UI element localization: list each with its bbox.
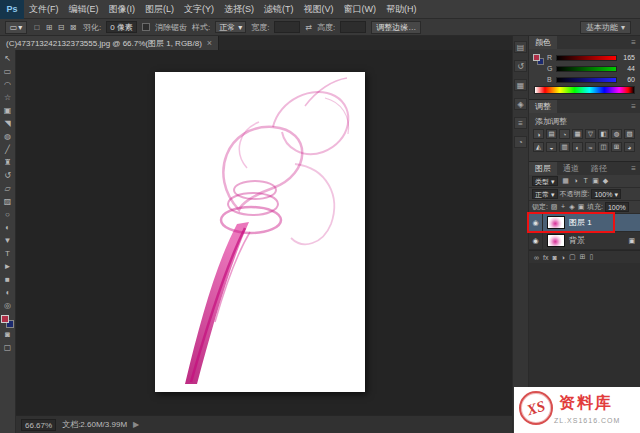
- swap-dimensions-icon[interactable]: ⇄: [305, 23, 312, 32]
- tool-button[interactable]: ▱: [0, 182, 16, 195]
- quick-mask-button[interactable]: ◙: [0, 328, 16, 341]
- collapsed-panel-icon[interactable]: ≡: [514, 117, 527, 129]
- layers-action-icon[interactable]: ◑: [561, 254, 565, 261]
- tool-button[interactable]: ↺: [0, 169, 16, 182]
- foreground-color-swatch[interactable]: [533, 54, 540, 61]
- adjustment-icon[interactable]: ◫: [598, 142, 609, 152]
- adjustment-icon[interactable]: ◭: [533, 142, 544, 152]
- layer-filter-icon[interactable]: ◑: [572, 177, 580, 185]
- color-swatches[interactable]: [1, 315, 14, 328]
- channel-value[interactable]: 165: [620, 54, 635, 61]
- menu-item[interactable]: 图层(L): [140, 0, 179, 19]
- tab-layers[interactable]: 图层: [529, 162, 557, 175]
- menu-item[interactable]: 滤镜(T): [259, 0, 299, 19]
- tool-button[interactable]: ■: [0, 273, 16, 286]
- feather-input[interactable]: 0 像素: [106, 21, 137, 33]
- adjustment-icon[interactable]: ◒: [546, 142, 557, 152]
- workspace-switcher[interactable]: 基本功能 ▾: [580, 21, 631, 34]
- tool-button[interactable]: T: [0, 247, 16, 260]
- status-menu-arrow-icon[interactable]: ▶: [133, 420, 139, 429]
- layer-row-layer1[interactable]: ◉ 图层 1: [529, 214, 640, 232]
- blend-mode-select[interactable]: 正常 ▾: [532, 189, 558, 199]
- layer-filter-icon[interactable]: T: [582, 177, 590, 185]
- tab-color[interactable]: 颜色: [529, 36, 557, 49]
- fill-input[interactable]: 100%: [605, 202, 629, 212]
- tool-button[interactable]: ◎: [0, 299, 16, 312]
- height-input[interactable]: [340, 21, 366, 33]
- adjustment-icon[interactable]: ◑: [533, 129, 544, 139]
- current-tool-chip[interactable]: ▭ ▾: [5, 21, 27, 34]
- lock-option-icon[interactable]: ◈: [568, 203, 576, 211]
- channel-value[interactable]: 60: [620, 76, 635, 83]
- channel-value[interactable]: 44: [620, 65, 635, 72]
- canvas-area[interactable]: [16, 50, 512, 415]
- layers-action-icon[interactable]: ∞: [534, 254, 539, 261]
- tool-button[interactable]: ╱: [0, 143, 16, 156]
- tool-button[interactable]: ◠: [0, 78, 16, 91]
- tool-button[interactable]: ☆: [0, 91, 16, 104]
- style-select[interactable]: 正常 ▾: [215, 21, 246, 33]
- tool-button[interactable]: ○: [0, 208, 16, 221]
- selection-mode-icon[interactable]: ⊞: [44, 23, 54, 32]
- lock-option-icon[interactable]: +: [559, 203, 567, 211]
- layer-filter-icon[interactable]: ▣: [592, 177, 600, 185]
- collapsed-panel-icon[interactable]: ◔: [514, 136, 527, 148]
- collapsed-panel-icon[interactable]: ↺: [514, 60, 527, 72]
- antialias-checkbox[interactable]: [142, 23, 150, 31]
- menu-item[interactable]: 窗口(W): [339, 0, 382, 19]
- adjustment-icon[interactable]: ▥: [559, 142, 570, 152]
- collapsed-panel-icon[interactable]: ▤: [514, 41, 527, 53]
- screen-mode-button[interactable]: ▢: [0, 341, 16, 354]
- channel-slider[interactable]: [556, 77, 617, 83]
- selection-mode-icon[interactable]: ⊟: [56, 23, 66, 32]
- adjustment-icon[interactable]: ▧: [624, 129, 635, 139]
- close-icon[interactable]: ×: [207, 38, 212, 48]
- layer-thumbnail[interactable]: [547, 234, 565, 247]
- panel-menu-icon[interactable]: ≡: [631, 38, 636, 47]
- tool-button[interactable]: ◖: [0, 286, 16, 299]
- adjustment-icon[interactable]: ⊞: [611, 142, 622, 152]
- document-canvas[interactable]: [155, 72, 365, 392]
- channel-slider[interactable]: [556, 66, 617, 72]
- tool-button[interactable]: ◥: [0, 117, 16, 130]
- layers-action-icon[interactable]: ◙: [552, 254, 556, 261]
- lock-option-icon[interactable]: ▣: [577, 203, 585, 211]
- channel-slider[interactable]: [556, 55, 617, 61]
- tool-button[interactable]: ▣: [0, 104, 16, 117]
- tool-button[interactable]: ▨: [0, 195, 16, 208]
- zoom-level-input[interactable]: 66.67%: [21, 419, 56, 431]
- menu-item[interactable]: 帮助(H): [381, 0, 422, 19]
- panel-menu-icon[interactable]: ≡: [631, 164, 636, 173]
- layer-row-background[interactable]: ◉ 背景 ▣: [529, 232, 640, 250]
- adjustment-icon[interactable]: ▦: [572, 129, 583, 139]
- menu-item[interactable]: 编辑(E): [64, 0, 104, 19]
- panel-menu-icon[interactable]: ≡: [631, 102, 636, 111]
- layer-name[interactable]: 图层 1: [569, 217, 592, 228]
- adjustment-icon[interactable]: ▽: [585, 129, 596, 139]
- visibility-eye-icon[interactable]: ◉: [529, 232, 543, 250]
- adjustment-icon[interactable]: ◐: [572, 142, 583, 152]
- adjustment-icon[interactable]: ◍: [611, 129, 622, 139]
- layer-name[interactable]: 背景: [569, 235, 585, 246]
- tab-paths[interactable]: 路径: [585, 162, 613, 175]
- selection-mode-icon[interactable]: ⊠: [68, 23, 78, 32]
- menu-item[interactable]: 选择(S): [219, 0, 259, 19]
- tool-button[interactable]: ►: [0, 260, 16, 273]
- menu-item[interactable]: 文字(Y): [179, 0, 219, 19]
- selection-mode-icon[interactable]: □: [32, 23, 42, 32]
- collapsed-panel-icon[interactable]: ▦: [514, 79, 527, 91]
- adjustment-icon[interactable]: ▤: [546, 129, 557, 139]
- tool-button[interactable]: ◍: [0, 130, 16, 143]
- lock-option-icon[interactable]: ▨: [550, 203, 558, 211]
- layers-action-icon[interactable]: ⊞: [580, 253, 586, 261]
- menu-item[interactable]: 视图(V): [299, 0, 339, 19]
- layers-action-icon[interactable]: fx: [543, 254, 548, 261]
- tool-button[interactable]: ◐: [0, 221, 16, 234]
- refine-edge-button[interactable]: 调整边缘…: [371, 21, 421, 34]
- menu-item[interactable]: 文件(F): [24, 0, 64, 19]
- adjustment-icon[interactable]: ◔: [559, 129, 570, 139]
- layer-filter-icon[interactable]: ◆: [602, 177, 610, 185]
- tab-channels[interactable]: 通道: [557, 162, 585, 175]
- tool-button[interactable]: ↖: [0, 52, 16, 65]
- menu-item[interactable]: 图像(I): [104, 0, 141, 19]
